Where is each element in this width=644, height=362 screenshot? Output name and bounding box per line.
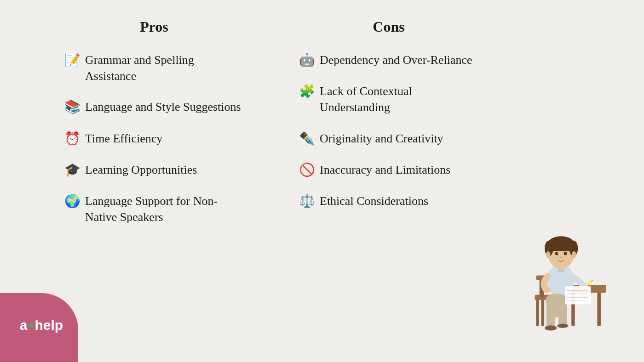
ethics-text: Ethical Considerations bbox=[320, 193, 478, 209]
student-illustration bbox=[494, 197, 610, 334]
ethics-icon: ⚖️ bbox=[299, 193, 315, 209]
svg-point-30 bbox=[560, 256, 563, 258]
svg-rect-33 bbox=[565, 286, 591, 304]
svg-rect-25 bbox=[549, 242, 573, 251]
svg-rect-17 bbox=[558, 311, 567, 326]
svg-rect-7 bbox=[536, 300, 539, 326]
context-icon: 🧩 bbox=[299, 83, 315, 100]
logo-area: a help bbox=[0, 293, 78, 362]
logo-a: a bbox=[20, 317, 28, 333]
grammar-icon: 📝 bbox=[64, 52, 80, 68]
svg-point-19 bbox=[557, 324, 568, 328]
time-icon: ⏰ bbox=[64, 130, 80, 147]
list-item: ⚖️ Ethical Considerations bbox=[299, 193, 478, 209]
list-item: 📚 Language and Style Suggestions bbox=[64, 99, 244, 115]
inaccuracy-text: Inaccuracy and Limitations bbox=[320, 162, 478, 178]
pros-column: Pros 📝 Grammar and Spelling Assistance 📚… bbox=[37, 18, 262, 344]
list-item: 🌍 Language Support for Non-Native Speake… bbox=[64, 193, 244, 225]
cons-header: Cons bbox=[299, 18, 478, 35]
learning-text: Learning Opportunities bbox=[85, 162, 244, 178]
dependency-text: Dependency and Over-Reliance bbox=[320, 52, 478, 68]
svg-rect-1 bbox=[597, 291, 601, 326]
svg-point-13 bbox=[543, 288, 551, 293]
time-text: Time Efficiency bbox=[85, 130, 244, 147]
svg-rect-3 bbox=[541, 296, 545, 326]
context-text: Lack of Contextual Understanding bbox=[320, 83, 478, 115]
support-icon: 🌍 bbox=[64, 193, 80, 209]
svg-point-29 bbox=[565, 253, 566, 254]
list-item: 🧩 Lack of Contextual Understanding bbox=[299, 83, 478, 115]
svg-point-32 bbox=[572, 251, 576, 258]
illustration-area bbox=[488, 18, 616, 344]
list-item: 📝 Grammar and Spelling Assistance bbox=[64, 52, 244, 84]
pros-header: Pros bbox=[64, 18, 244, 35]
main-container: Pros 📝 Grammar and Spelling Assistance 📚… bbox=[0, 0, 644, 362]
originality-icon: ✒️ bbox=[299, 130, 315, 147]
svg-point-31 bbox=[546, 251, 550, 258]
columns-wrapper: Pros 📝 Grammar and Spelling Assistance 📚… bbox=[37, 18, 616, 344]
list-item: ✒️ Originality and Creativity bbox=[299, 130, 478, 147]
svg-point-26 bbox=[555, 252, 558, 255]
svg-point-18 bbox=[545, 325, 557, 330]
logo-help: help bbox=[35, 317, 63, 333]
support-text: Language Support for Non-Native Speakers bbox=[85, 193, 244, 225]
list-item: 🚫 Inaccuracy and Limitations bbox=[299, 162, 478, 178]
originality-text: Originality and Creativity bbox=[320, 130, 478, 147]
language-icon: 📚 bbox=[64, 99, 80, 115]
svg-point-28 bbox=[557, 253, 558, 254]
list-item: 🎓 Learning Opportunities bbox=[64, 162, 244, 178]
inaccuracy-icon: 🚫 bbox=[299, 162, 315, 178]
language-text: Language and Style Suggestions bbox=[85, 99, 244, 115]
learning-icon: 🎓 bbox=[64, 162, 80, 178]
cons-column: Cons 🤖 Dependency and Over-Reliance 🧩 La… bbox=[262, 18, 488, 344]
list-item: 🤖 Dependency and Over-Reliance bbox=[299, 52, 478, 68]
logo-dot-icon bbox=[29, 323, 34, 328]
dependency-icon: 🤖 bbox=[299, 52, 315, 68]
list-item: ⏰ Time Efficiency bbox=[64, 130, 244, 147]
svg-line-12 bbox=[592, 280, 593, 281]
grammar-text: Grammar and Spelling Assistance bbox=[85, 52, 244, 84]
logo-text: a help bbox=[20, 317, 63, 333]
svg-point-27 bbox=[564, 252, 567, 255]
